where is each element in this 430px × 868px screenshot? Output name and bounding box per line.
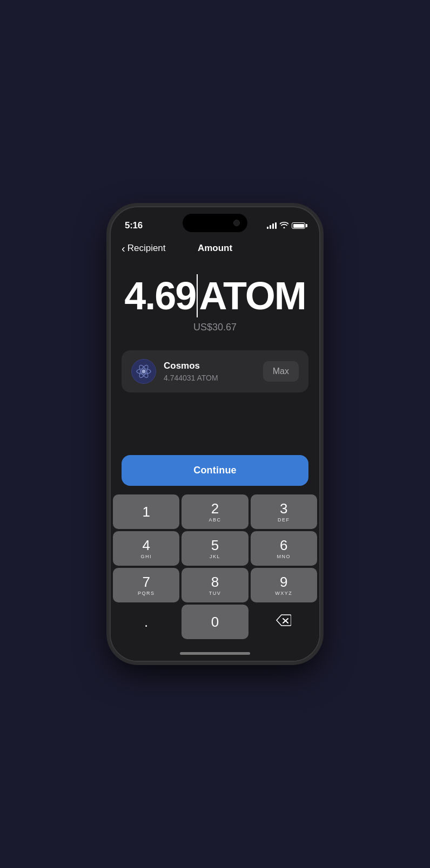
spacer bbox=[111, 399, 319, 455]
back-label: Recipient bbox=[127, 243, 166, 254]
cosmos-card: Cosmos 4.744031 ATOM Max bbox=[122, 350, 308, 392]
key-6[interactable]: 6 MNO bbox=[251, 531, 317, 566]
status-time: 5:16 bbox=[125, 220, 143, 231]
amount-currency: ATOM bbox=[199, 276, 305, 315]
key-2[interactable]: 2 ABC bbox=[182, 494, 248, 529]
cosmos-name: Cosmos bbox=[164, 361, 218, 371]
key-4[interactable]: 4 GHI bbox=[113, 531, 179, 566]
home-indicator bbox=[111, 646, 319, 661]
back-button[interactable]: ‹ Recipient bbox=[122, 243, 166, 254]
numpad-row-1: 1 2 ABC 3 DEF bbox=[113, 494, 317, 529]
key-1[interactable]: 1 bbox=[113, 494, 179, 529]
numpad-row-2: 4 GHI 5 JKL 6 MNO bbox=[113, 531, 317, 566]
numpad: 1 2 ABC 3 DEF 4 GHI 5 JKL bbox=[111, 494, 319, 646]
amount-usd: US$30.67 bbox=[193, 322, 237, 333]
continue-section: Continue bbox=[111, 455, 319, 494]
cosmos-info: Cosmos 4.744031 ATOM bbox=[164, 361, 218, 382]
key-dot[interactable]: . bbox=[113, 605, 179, 639]
nav-header: ‹ Recipient Amount bbox=[111, 236, 319, 258]
status-icons bbox=[267, 222, 305, 230]
svg-point-0 bbox=[142, 370, 146, 374]
key-3[interactable]: 3 DEF bbox=[251, 494, 317, 529]
amount-number: 4.69 bbox=[124, 276, 196, 315]
key-5[interactable]: 5 JKL bbox=[182, 531, 248, 566]
cursor-line bbox=[197, 274, 198, 317]
page-title: Amount bbox=[198, 243, 232, 254]
volume-down-button bbox=[110, 307, 111, 339]
amount-display: 4.69 ATOM bbox=[124, 274, 305, 317]
key-7[interactable]: 7 PQRS bbox=[113, 568, 179, 602]
home-bar bbox=[180, 652, 250, 655]
amount-section: 4.69 ATOM US$30.67 bbox=[111, 258, 319, 344]
battery-icon bbox=[292, 222, 305, 229]
cosmos-balance: 4.744031 ATOM bbox=[164, 374, 218, 382]
max-button[interactable]: Max bbox=[263, 361, 299, 382]
volume-up-button bbox=[110, 283, 111, 300]
key-backspace[interactable] bbox=[251, 605, 317, 639]
cosmos-left: Cosmos 4.744031 ATOM bbox=[131, 359, 218, 384]
back-chevron-icon: ‹ bbox=[122, 243, 125, 254]
key-0[interactable]: 0 bbox=[182, 605, 248, 639]
volume-buttons bbox=[110, 283, 111, 339]
numpad-row-3: 7 PQRS 8 TUV 9 WXYZ bbox=[113, 568, 317, 602]
backspace-icon bbox=[276, 614, 291, 629]
cosmos-icon bbox=[131, 359, 156, 384]
app-content: ‹ Recipient Amount 4.69 ATOM US$30.67 bbox=[111, 236, 319, 661]
phone-frame: 5:16 ‹ Recipient bbox=[110, 206, 320, 662]
key-9[interactable]: 9 WXYZ bbox=[251, 568, 317, 602]
numpad-row-4: . 0 bbox=[113, 605, 317, 639]
continue-button[interactable]: Continue bbox=[122, 455, 308, 486]
signal-icon bbox=[267, 222, 277, 229]
camera-dot bbox=[233, 220, 240, 226]
dynamic-island bbox=[183, 214, 247, 232]
wifi-icon bbox=[280, 222, 288, 230]
power-button bbox=[319, 304, 320, 342]
key-8[interactable]: 8 TUV bbox=[182, 568, 248, 602]
